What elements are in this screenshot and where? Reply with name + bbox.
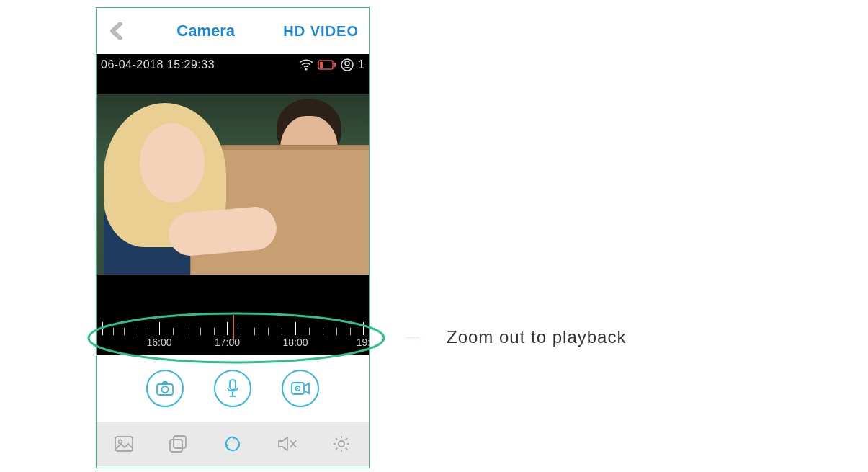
overlay-timestamp: 06-04-2018 15:29:33 [101,58,215,71]
svg-rect-8 [230,380,236,390]
phone-frame: Camera HD VIDEO 06-04-2018 15:29:33 [96,7,370,468]
svg-line-27 [346,438,347,440]
settings-gear-icon [333,435,350,453]
speaker-muted-icon [277,436,297,452]
wifi-icon [299,59,313,71]
recycle-button[interactable] [222,433,243,455]
svg-point-14 [118,440,122,444]
record-button[interactable] [282,370,319,407]
timeline-label: 16:00 [146,337,171,348]
timeline-label: 19: [357,337,370,348]
microphone-button[interactable] [214,370,251,407]
svg-rect-15 [174,436,186,448]
svg-line-25 [346,448,347,450]
svg-point-7 [162,386,169,393]
multiview-icon [169,435,187,453]
app-header: Camera HD VIDEO [97,8,369,54]
snapshot-button[interactable] [146,370,184,407]
timeline-scrubber[interactable]: 16:00 17:00 18:00 19: [97,315,369,355]
viewer-count: 1 [358,58,364,71]
record-video-icon [291,382,310,395]
svg-rect-16 [170,440,182,452]
annotation-connector [388,337,438,338]
video-scene [97,94,369,275]
scene-figure [140,123,205,202]
settings-button[interactable] [331,433,352,455]
mute-button[interactable] [277,433,298,455]
recycle-icon [223,435,242,453]
svg-rect-3 [320,62,323,68]
battery-low-icon [318,60,336,70]
overlay-status: 1 [299,58,364,71]
video-overlay-top: 06-04-2018 15:29:33 [101,58,364,71]
page-title: Camera [128,22,283,40]
svg-rect-13 [115,437,133,451]
svg-rect-2 [334,63,336,67]
microphone-icon [226,379,239,398]
hd-toggle[interactable]: HD VIDEO [283,23,362,40]
svg-point-0 [305,68,308,71]
annotation-text: Zoom out to playback [447,327,626,347]
svg-point-19 [339,441,344,447]
timeline-label: 18:00 [282,337,308,348]
person-count-icon [341,58,354,71]
gallery-button[interactable] [113,433,135,455]
camera-snapshot-icon [156,381,174,396]
multiview-button[interactable] [167,433,189,455]
svg-line-24 [336,438,337,440]
svg-point-5 [345,61,349,66]
back-chevron-icon [109,22,122,40]
svg-line-26 [336,448,337,450]
controls-row [97,355,369,422]
video-feed[interactable] [97,94,369,275]
bottom-toolbar [97,422,369,466]
video-area: 06-04-2018 15:29:33 [97,54,369,355]
back-button[interactable] [104,22,128,40]
gallery-icon [115,436,133,452]
timeline-label: 17:00 [215,337,240,348]
